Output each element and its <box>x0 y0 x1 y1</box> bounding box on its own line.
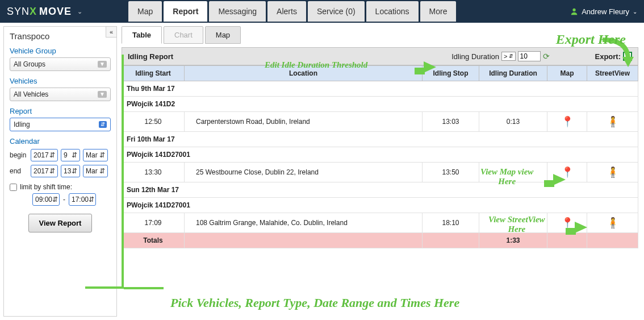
totals-label: Totals <box>122 233 185 248</box>
tab-more[interactable]: More <box>420 1 457 22</box>
end-day-select[interactable]: 13⇵ <box>61 165 80 177</box>
main-tabs: Map Report Messaging Alerts Service (0) … <box>128 1 456 22</box>
tab-messaging[interactable]: Messaging <box>209 1 266 22</box>
cell-duration <box>479 213 547 233</box>
cell-stop: 18:10 <box>423 213 479 233</box>
streetview-icon[interactable]: 🧍 <box>607 217 619 228</box>
col-streetview: StreetView <box>587 66 638 81</box>
date-header: Fri 10th Mar 17 <box>122 132 638 147</box>
annotation-frame <box>124 287 164 289</box>
map-pin-icon[interactable]: 📍 <box>561 167 574 178</box>
date-header: Sun 12th Mar 17 <box>122 182 638 198</box>
vehicle-header: PWojcik 141D27001 <box>122 147 638 163</box>
begin-label: begin <box>10 151 28 159</box>
panel-header: Idling Report Idling Duration >⇵ ⟳ Expor… <box>122 47 638 65</box>
begin-year-select[interactable]: 2017⇵ <box>31 149 58 161</box>
cell-duration <box>479 163 547 182</box>
export-label: Export: <box>595 52 621 61</box>
collapse-sidebar-button[interactable]: « <box>106 26 117 38</box>
subtab-map[interactable]: Map <box>205 26 241 44</box>
annotation-frame <box>85 55 124 289</box>
tab-alerts[interactable]: Alerts <box>267 1 306 22</box>
col-location: Location <box>185 66 423 81</box>
cell-stop: 13:03 <box>423 112 479 132</box>
cell-start: 12:50 <box>122 112 185 132</box>
col-stop: Idling Stop <box>423 66 479 81</box>
cell-start: 13:30 <box>122 163 185 182</box>
cell-location: 25 Westbourne Close, Dublin 22, Ireland <box>185 163 423 182</box>
tab-report[interactable]: Report <box>164 1 207 22</box>
user-icon <box>570 7 578 15</box>
col-start: Idling Start <box>122 66 185 81</box>
cell-duration: 0:13 <box>479 112 547 132</box>
duration-label: Idling Duration <box>451 52 499 61</box>
refresh-icon[interactable]: ⟳ <box>543 52 550 61</box>
vehicle-group-label: Vehicle Group <box>10 47 111 55</box>
duration-operator-select[interactable]: >⇵ <box>501 52 515 61</box>
end-year-select[interactable]: 2017⇵ <box>31 165 58 177</box>
streetview-icon[interactable]: 🧍 <box>607 116 619 127</box>
duration-value-input[interactable] <box>518 51 541 61</box>
tab-locations[interactable]: Locations <box>366 1 419 22</box>
col-map: Map <box>547 66 587 81</box>
cell-location: Carpenterstown Road, Dublin, Ireland <box>185 112 423 132</box>
export-excel-icon[interactable] <box>623 52 632 61</box>
report-table: Idling Start Location Idling Stop Idling… <box>122 65 638 248</box>
user-menu[interactable]: Andrew Fleury ⌄ <box>570 7 637 16</box>
cell-location: 108 Galtrim Grange, Malahide, Co. Dublin… <box>185 213 423 233</box>
panel-title: Idling Report <box>128 52 173 61</box>
subtab-chart: Chart <box>164 26 203 44</box>
svg-point-0 <box>573 9 576 11</box>
logo[interactable]: SYNX MOVE ⌄ <box>7 6 83 18</box>
shift-from-select[interactable]: 09:00⇵ <box>32 193 60 206</box>
cell-stop: 13:50 <box>423 163 479 182</box>
map-pin-icon[interactable]: 📍 <box>561 116 574 127</box>
vehicle-header: PWojcik 141D2 <box>122 97 638 112</box>
main-area: Table Chart Map Idling Report Idling Dur… <box>120 23 644 320</box>
subtab-table[interactable]: Table <box>122 26 162 44</box>
date-header: Thu 9th Mar 17 <box>122 81 638 97</box>
map-pin-icon[interactable]: 📍 <box>561 217 574 228</box>
view-report-button[interactable]: View Report <box>28 214 93 232</box>
tab-map[interactable]: Map <box>128 1 162 22</box>
sidebar-title: Transpoco <box>10 31 111 41</box>
col-duration: Idling Duration <box>479 66 547 81</box>
cell-start: 17:09 <box>122 213 185 233</box>
vehicle-header: PWojcik 141D27001 <box>122 198 638 213</box>
end-label: end <box>10 167 28 175</box>
streetview-icon[interactable]: 🧍 <box>607 167 619 178</box>
limit-shift-checkbox[interactable] <box>10 184 17 191</box>
begin-day-select[interactable]: 9⇵ <box>61 149 80 161</box>
tab-service[interactable]: Service (0) <box>308 1 365 22</box>
totals-value: 1:33 <box>479 233 547 248</box>
top-bar: SYNX MOVE ⌄ Map Report Messaging Alerts … <box>0 0 644 23</box>
limit-shift-label: limit by shift time: <box>20 183 72 191</box>
